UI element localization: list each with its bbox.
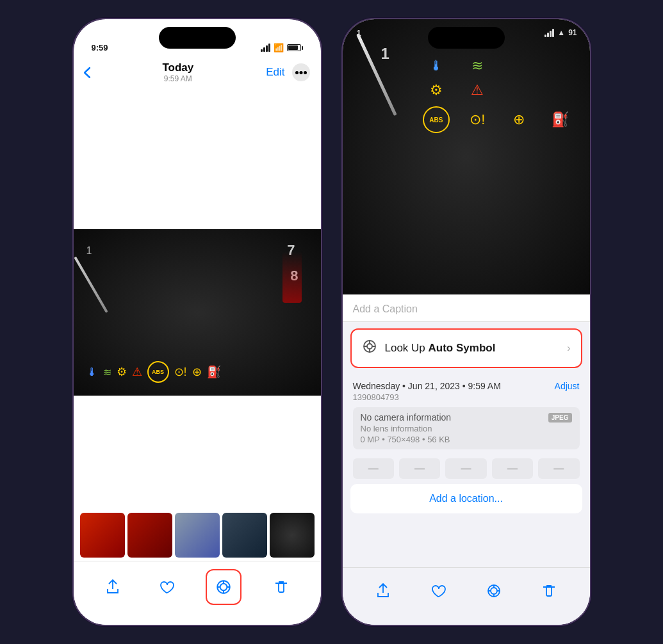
photo-id: 1390804793 [353, 392, 580, 402]
right-phone: 1 ▲ 91 1 🌡 ≋ [341, 18, 591, 626]
left-screen: 9:59 📶 [74, 19, 321, 625]
nav-back-button[interactable] [84, 67, 90, 78]
right-status-icons: ▲ 91 [544, 28, 577, 37]
right-share-button[interactable] [369, 577, 397, 605]
white-space-bottom [74, 396, 321, 524]
thumbnail-strip [74, 510, 321, 561]
right-dash-inner: 1 ▲ 91 1 🌡 ≋ [343, 19, 590, 294]
camera-label: No camera information [361, 412, 452, 423]
dynamic-island [159, 27, 236, 49]
right-eco-warning: ≋ [461, 58, 495, 74]
right-screen: 1 ▲ 91 1 🌡 ≋ [343, 19, 590, 625]
thumb-3[interactable] [175, 513, 220, 558]
gauge-needle [74, 256, 108, 313]
more-button[interactable] [292, 63, 310, 81]
right-fuel: ⛽ [543, 111, 577, 128]
thumb-2[interactable] [127, 513, 172, 558]
gauge-red-zone [282, 252, 302, 303]
right-favorite-button[interactable] [424, 577, 452, 605]
dash-3: — [445, 458, 486, 479]
nav-actions: Edit [266, 63, 310, 81]
svg-point-1 [300, 71, 303, 74]
lookup-row[interactable]: Look Up Auto Symbol › [350, 328, 582, 368]
dashboard-photo[interactable]: 1 7 8 🌡 ≋ ⚙ ⚠ ABS ⊙! ⊕ ⛽ [74, 229, 321, 396]
jpeg-badge: JPEG [548, 413, 572, 423]
right-dashboard-photo: 1 ▲ 91 1 🌡 ≋ [343, 19, 590, 294]
right-status-time: 1 [357, 28, 361, 38]
dash-5: — [538, 458, 579, 479]
meta-section: Wednesday • Jun 21, 2023 • 9:59 AM Adjus… [343, 374, 590, 455]
left-status-icons: 📶 [261, 43, 303, 52]
share-button[interactable] [99, 573, 127, 601]
right-auto-button[interactable] [480, 577, 508, 605]
right-delete-button[interactable] [535, 577, 563, 605]
lookup-steering-icon [362, 339, 377, 358]
fuel-warning: ⛽ [207, 365, 221, 379]
temp-red-warning: ⚠ [132, 365, 142, 379]
right-bottom-toolbar [343, 567, 590, 625]
caption-placeholder[interactable]: Add a Caption [353, 303, 418, 314]
dash-2: — [399, 458, 440, 479]
favorite-button[interactable] [152, 573, 181, 601]
photo-date: Wednesday • Jun 21, 2023 • 9:59 AM [353, 381, 501, 391]
right-signal-icon [544, 29, 554, 37]
svg-point-6 [367, 344, 372, 349]
wifi-icon: 📶 [274, 43, 284, 52]
right-tire: ⊕ [502, 111, 536, 128]
right-battery-text: 91 [568, 28, 577, 37]
right-temp-warning: 🌡 [420, 58, 454, 74]
right-wifi-icon: ▲ [557, 28, 565, 37]
right-dynamic-island [428, 27, 505, 49]
left-phone: 9:59 📶 [72, 18, 322, 626]
steering-warning: ⊙! [174, 365, 187, 379]
location-label: Add a location... [429, 493, 503, 504]
tire-warning: ⊕ [192, 365, 202, 379]
left-bottom-toolbar [74, 561, 321, 625]
svg-point-2 [304, 71, 307, 74]
temp-warning: 🌡 [86, 366, 98, 379]
left-nav-bar: Today 9:59 AM Edit [74, 56, 321, 88]
thumb-5[interactable] [270, 513, 315, 558]
dash-4: — [492, 458, 533, 479]
thumb-1[interactable] [80, 513, 125, 558]
nav-subtitle: 9:59 AM [162, 74, 193, 83]
right-temp-red: ⚠ [461, 82, 495, 99]
auto-lookup-button-highlighted[interactable] [206, 569, 241, 605]
right-engine-warning: ⚙ [420, 82, 454, 99]
location-button[interactable]: Add a location... [350, 484, 582, 513]
right-abs: ABS [423, 106, 450, 133]
right-gauge-1: 1 [381, 45, 389, 63]
right-steering: ⊙! [461, 111, 495, 128]
lookup-chevron: › [567, 342, 570, 354]
camera-info-box: No camera information JPEG No lens infor… [353, 407, 580, 449]
dashboard-inner: 1 7 8 🌡 ≋ ⚙ ⚠ ABS ⊙! ⊕ ⛽ [74, 229, 321, 396]
svg-point-0 [295, 71, 299, 74]
dash-1: — [353, 458, 394, 479]
mp-info: 0 MP • 750×498 • 56 KB [361, 435, 572, 444]
meta-date-row: Wednesday • Jun 21, 2023 • 9:59 AM Adjus… [353, 381, 580, 391]
eco-warning: ≋ [103, 366, 111, 378]
nav-title: Today 9:59 AM [162, 61, 193, 83]
svg-point-8 [491, 588, 497, 594]
nav-title-text: Today [162, 61, 193, 74]
adjust-button[interactable]: Adjust [555, 381, 580, 391]
delete-button[interactable] [267, 573, 295, 601]
signal-icon [261, 44, 270, 52]
lookup-text: Look Up Auto Symbol [385, 342, 496, 355]
dash-row: — — — — — [353, 458, 580, 479]
photo-area: 1 7 8 🌡 ≋ ⚙ ⚠ ABS ⊙! ⊕ ⛽ [74, 88, 321, 561]
left-status-time: 9:59 [92, 43, 108, 52]
thumb-4[interactable] [222, 513, 267, 558]
warning-lights: 🌡 ≋ ⚙ ⚠ ABS ⊙! ⊕ ⛽ [86, 361, 308, 383]
edit-button[interactable]: Edit [266, 66, 284, 79]
lens-info: No lens information [361, 424, 572, 433]
caption-area: Add a Caption [343, 294, 590, 322]
right-warning-lights: 🌡 ≋ ⚙ ⚠ ABS ⊙! ⊕ ⛽ [420, 58, 577, 133]
engine-warning: ⚙ [117, 365, 127, 379]
svg-point-4 [220, 583, 227, 590]
camera-info-row: No camera information JPEG [361, 412, 572, 423]
abs-warning: ABS [147, 361, 169, 383]
right-gauge-needle [356, 33, 397, 116]
white-space-top [74, 88, 321, 229]
gauge-tick-1: 1 [86, 245, 92, 257]
